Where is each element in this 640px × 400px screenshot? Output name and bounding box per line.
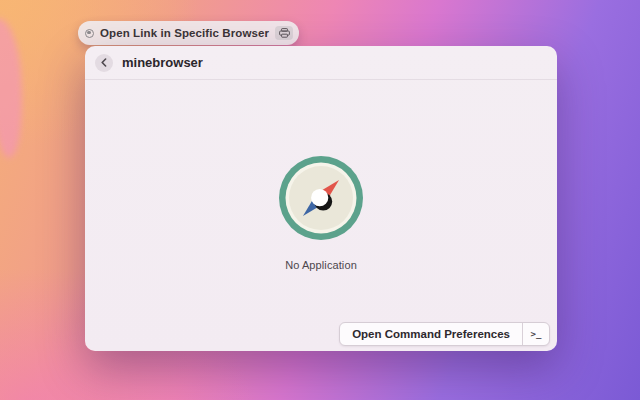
panel-header: minebrowser [85, 46, 557, 80]
printer-badge [275, 26, 293, 40]
empty-state-message: No Application [285, 259, 357, 271]
empty-state: No Application [85, 80, 557, 351]
terminal-prompt-icon: >_ [523, 323, 549, 345]
command-pill-label: Open Link in Specific Browser [100, 27, 269, 39]
printer-icon [279, 28, 290, 38]
browser-picker-window: minebrowser No Application Open Command … [85, 46, 557, 351]
compass-icon [279, 156, 363, 240]
back-button[interactable] [95, 54, 113, 72]
command-pill[interactable]: Open Link in Specific Browser [78, 21, 299, 45]
open-command-preferences-label: Open Command Preferences [340, 323, 522, 345]
ring-icon [85, 29, 94, 38]
wallpaper-blob [0, 17, 27, 159]
desktop: { "pill": { "label": "Open Link in Speci… [0, 0, 640, 400]
chevron-left-icon [100, 58, 108, 67]
open-command-preferences-button[interactable]: Open Command Preferences >_ [339, 322, 550, 346]
search-query-text: minebrowser [122, 55, 203, 70]
